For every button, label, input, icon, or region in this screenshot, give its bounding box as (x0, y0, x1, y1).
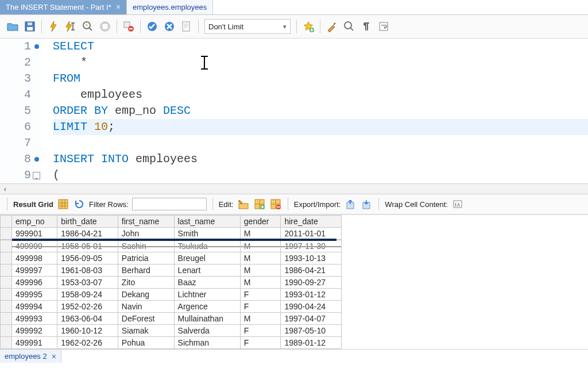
table-cell[interactable]: 1989-01-12 (281, 337, 342, 349)
row-number-cell[interactable] (1, 277, 12, 289)
table-cell[interactable]: 1956-09-05 (57, 252, 118, 264)
table-row[interactable]: 4999971961-08-03BerhardLenartM1986-04-21 (1, 264, 342, 277)
wrap-cell-button[interactable]: IA (451, 198, 464, 210)
scroll-left-icon[interactable]: ‹ (0, 184, 10, 194)
column-header-hire-date[interactable]: hire_date (281, 216, 342, 228)
code-line[interactable]: * (53, 55, 588, 71)
row-number-cell[interactable] (1, 325, 12, 337)
column-header-gender[interactable]: gender (240, 216, 281, 228)
find-button[interactable] (341, 18, 357, 34)
table-cell[interactable]: 999901 (12, 228, 57, 240)
code-line[interactable] (53, 135, 588, 151)
row-limit-select[interactable]: Don't Limit ▾ (204, 19, 291, 34)
column-header-emp-no[interactable]: emp_no (12, 216, 57, 228)
table-cell[interactable]: M (240, 228, 281, 240)
autocommit-toggle[interactable] (179, 18, 195, 34)
table-cell[interactable]: Lenart (174, 264, 240, 277)
rollback-button[interactable] (161, 18, 177, 34)
code-line[interactable]: INSERT INTO employees (53, 151, 588, 167)
editor-code-area[interactable]: SELECT *FROM employeesORDER BY emp_no DE… (41, 39, 588, 183)
table-cell[interactable]: 1958-05-01 (57, 240, 118, 252)
row-number-cell[interactable] (1, 264, 12, 277)
table-cell[interactable]: DeForest (118, 313, 174, 325)
table-cell[interactable]: 1993-10-13 (281, 252, 342, 264)
table-cell[interactable]: 2011-01-01 (281, 228, 342, 240)
table-cell[interactable]: 1997-04-07 (281, 313, 342, 325)
tab-insert-statement[interactable]: The INSERT Statement - Part I* × (0, 0, 127, 14)
close-icon[interactable]: × (52, 352, 56, 361)
table-cell[interactable]: Navin (118, 301, 174, 313)
table-cell[interactable]: 1958-09-24 (57, 289, 118, 301)
invisibles-toggle[interactable] (358, 18, 374, 34)
table-cell[interactable]: Sachin (118, 240, 174, 252)
tab-employees-employees[interactable]: employees.employees (127, 0, 213, 14)
table-cell[interactable]: Baaz (174, 277, 240, 289)
table-cell[interactable]: F (240, 325, 281, 337)
row-number-cell[interactable] (1, 301, 12, 313)
sql-editor[interactable]: 123456789 SELECT *FROM employeesORDER BY… (0, 39, 588, 184)
table-cell[interactable]: Lichtner (174, 289, 240, 301)
table-cell[interactable]: 499998 (12, 252, 57, 264)
favorites-button[interactable] (300, 18, 316, 34)
table-cell[interactable]: Dekang (118, 289, 174, 301)
edit-row-button[interactable] (237, 198, 250, 210)
result-table[interactable]: emp_nobirth_datefirst_namelast_namegende… (0, 215, 342, 349)
row-number-cell[interactable] (1, 252, 12, 264)
row-number-cell[interactable] (1, 228, 12, 240)
code-line[interactable]: LIMIT 10; (53, 119, 588, 135)
save-button[interactable] (22, 18, 38, 34)
row-number-cell[interactable] (1, 240, 12, 252)
table-cell[interactable]: 1993-01-12 (281, 289, 342, 301)
table-cell[interactable]: Breugel (174, 252, 240, 264)
result-tab-employees-2[interactable]: employees 2 × (0, 350, 61, 363)
table-cell[interactable]: M (240, 277, 281, 289)
table-cell[interactable]: Pohua (118, 337, 174, 349)
table-cell[interactable]: 499993 (12, 313, 57, 325)
delete-row-button[interactable] (269, 198, 282, 210)
table-cell[interactable]: 499995 (12, 289, 57, 301)
table-cell[interactable]: F (240, 337, 281, 349)
table-cell[interactable]: 1963-06-04 (57, 313, 118, 325)
filter-rows-input[interactable] (132, 198, 207, 210)
grid-view-button[interactable] (57, 198, 69, 210)
table-cell[interactable]: 1952-02-26 (57, 301, 118, 313)
import-button[interactable] (360, 198, 373, 210)
wrap-toggle[interactable] (376, 18, 392, 34)
table-cell[interactable]: 1990-09-27 (281, 277, 342, 289)
column-header-last-name[interactable]: last_name (174, 216, 240, 228)
table-cell[interactable]: Sichman (174, 337, 240, 349)
column-header-birth-date[interactable]: birth_date (57, 216, 118, 228)
table-cell[interactable]: Mullainathan (174, 313, 240, 325)
table-cell[interactable]: 1953-03-07 (57, 277, 118, 289)
table-cell[interactable]: Tsukuda (174, 240, 240, 252)
table-cell[interactable]: 1960-10-12 (57, 325, 118, 337)
row-number-cell[interactable] (1, 337, 12, 349)
table-cell[interactable]: Salverda (174, 325, 240, 337)
table-row[interactable]: 9999011986-04-21JohnSmithM2011-01-01 (1, 228, 342, 240)
table-row[interactable]: 4999951958-09-24DekangLichtnerF1993-01-1… (1, 289, 342, 301)
table-cell[interactable]: Patricia (118, 252, 174, 264)
table-row[interactable]: 4999931963-06-04DeForestMullainathanM199… (1, 313, 342, 325)
table-row[interactable]: 4999911962-02-26PohuaSichmanF1989-01-12 (1, 337, 342, 349)
table-cell[interactable]: Argence (174, 301, 240, 313)
table-cell[interactable]: 499994 (12, 301, 57, 313)
code-line[interactable]: employees (53, 87, 588, 103)
table-cell[interactable]: 1962-02-26 (57, 337, 118, 349)
editor-horizontal-scrollbar[interactable]: ‹ (0, 184, 588, 194)
beautify-button[interactable] (324, 18, 340, 34)
stop-button[interactable] (97, 18, 113, 34)
explain-button[interactable] (80, 18, 96, 34)
table-cell[interactable]: Berhard (118, 264, 174, 277)
table-cell[interactable]: John (118, 228, 174, 240)
table-cell[interactable]: M (240, 252, 281, 264)
code-line[interactable]: ORDER BY emp_no DESC (53, 103, 588, 119)
table-cell[interactable]: 499999 (12, 240, 57, 252)
column-header-first-name[interactable]: first_name (118, 216, 174, 228)
table-cell[interactable]: 1986-04-21 (57, 228, 118, 240)
refresh-button[interactable] (73, 198, 86, 210)
export-button[interactable] (344, 198, 357, 210)
result-grid[interactable]: emp_nobirth_datefirst_namelast_namegende… (0, 214, 588, 349)
table-row[interactable]: 4999941952-02-26NavinArgenceF1990-04-24 (1, 301, 342, 313)
table-cell[interactable]: 1986-04-21 (281, 264, 342, 277)
table-cell[interactable]: 1997-11-30 (281, 240, 342, 252)
